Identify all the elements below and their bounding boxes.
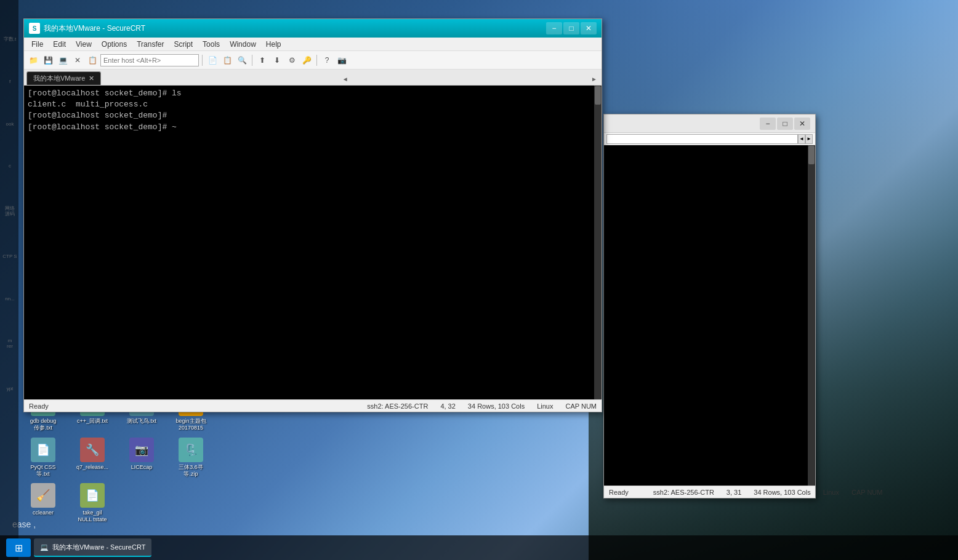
second-status-position: 3, 31 [727,489,741,496]
menu-transfer[interactable]: Transfer [132,39,169,50]
second-status-bar: Ready ssh2: AES-256-CTR 3, 31 34 Rows, 1… [604,486,815,498]
toolbar-btn-help[interactable]: ? [320,54,334,67]
toolbar-btn-download[interactable]: ⬇ [270,54,284,67]
menu-tools[interactable]: Tools [198,39,225,50]
status-caps: CAP NUM [565,402,597,410]
terminal-container[interactable]: [root@localhost socket_demo]# ls client.… [24,86,602,399]
second-status-dimensions: 34 Rows, 103 Cols [754,489,810,496]
desktop-icon-take-gil[interactable]: 📄 take_gilNULL tstate [71,483,114,523]
toolbar-btn-3[interactable]: 💻 [56,54,70,67]
second-close-btn[interactable]: ✕ [794,118,810,130]
pyqt-label: PyQt CSS等.txt [30,464,55,478]
cpp-label: c++_回调.txt [77,418,108,425]
toolbar-btn-copy[interactable]: 📄 [206,54,219,67]
scroll-thumb[interactable] [595,86,601,105]
status-os: Linux [537,402,553,410]
q7-label: q7_release... [76,464,108,471]
tab-nav-right[interactable]: ► [589,73,599,85]
tab-bar: 我的本地VMware ✕ ◄ ► [24,70,602,86]
tab-close-btn[interactable]: ✕ [89,75,94,82]
take-gil-icon: 📄 [80,483,105,508]
terminal-content[interactable]: [root@localhost socket_demo]# ls client.… [24,86,602,399]
securecrt-main-window: S 我的本地VMware - SecureCRT − □ ✕ File Edit… [23,18,602,412]
toolbar-btn-key[interactable]: 🔑 [300,54,313,67]
desktop-icon-ccleaner[interactable]: 🧹 ccleaner [22,483,65,523]
second-status-os: Linux [823,489,839,496]
toolbar-btn-find[interactable]: 🔍 [235,54,249,67]
menu-edit[interactable]: Edit [48,39,71,50]
santi-label: 三体3.6寻等.zip [179,464,203,478]
second-securecrt-window: − □ ✕ ◄ ► Ready ssh2: AES-256-CTR 3, 31 … [603,114,816,498]
taskbar: ⊞ 💻 我的本地VMware - SecureCRT [0,535,958,560]
close-button[interactable]: ✕ [581,22,597,34]
title-bar: S 我的本地VMware - SecureCRT − □ ✕ [24,19,602,38]
pyqt-icon: 📄 [31,438,55,462]
taskbar-securecrt[interactable]: 💻 我的本地VMware - SecureCRT [34,538,151,557]
window-title: 我的本地VMware - SecureCRT [44,23,546,34]
menu-options[interactable]: Options [97,39,132,50]
tab-main[interactable]: 我的本地VMware ✕ [26,71,101,85]
toolbar-btn-snap[interactable]: 📷 [335,54,348,67]
second-terminal[interactable] [604,145,815,486]
window-controls: − □ ✕ [546,22,597,34]
ccleaner-icon: 🧹 [31,483,55,508]
app-icon: S [29,23,40,34]
taskbar-app-icon: 💻 [40,543,49,551]
toolbar-btn-settings[interactable]: ⚙ [285,54,299,67]
second-status-encryption: ssh2: AES-256-CTR [653,489,714,496]
status-position: 4, 32 [440,402,455,410]
menu-help[interactable]: Help [261,39,286,50]
take-gil-label: take_gilNULL tstate [78,510,107,523]
taskbar-app-label: 我的本地VMware - SecureCRT [52,543,145,552]
maximize-button[interactable]: □ [563,22,579,34]
tab-nav-left[interactable]: ◄ [340,73,350,85]
terminal-scrollbar[interactable] [594,86,602,399]
second-window-controls: − □ ✕ [760,118,810,130]
toolbar-btn-1[interactable]: 📁 [26,54,40,67]
status-ready: Ready [29,402,49,410]
desktop-icon-q7[interactable]: 🔧 q7_release... [71,438,114,478]
second-scroll-thumb[interactable] [808,146,815,164]
desktop-icon-licecap[interactable]: 📷 LICEcap [120,438,163,478]
second-maximize-btn[interactable]: □ [777,118,793,130]
toolbar: 📁 💾 💻 ✕ 📋 📄 📋 🔍 ⬆ ⬇ ⚙ 🔑 ? 📷 [24,51,602,70]
desktop-icon-pyqt[interactable]: 📄 PyQt CSS等.txt [22,438,65,478]
second-minimize-btn[interactable]: − [760,118,776,130]
second-terminal-bg [604,145,815,486]
host-input[interactable] [100,54,199,66]
second-scroll-left[interactable]: ◄ [798,134,805,144]
status-bar: Ready ssh2: AES-256-CTR 4, 32 34 Rows, 1… [24,399,602,412]
second-input-bar: ◄ ► [604,133,815,145]
toolbar-sep-3 [316,55,317,66]
second-terminal-scrollbar[interactable] [808,145,815,486]
licecap-label: LICEcap [131,464,153,471]
menu-view[interactable]: View [71,39,97,50]
desktop-icon-santi[interactable]: 🗜️ 三体3.6寻等.zip [169,438,212,478]
second-host-input[interactable] [606,134,798,144]
menu-bar: File Edit View Options Transfer Script T… [24,38,602,51]
toolbar-btn-4[interactable]: ✕ [71,54,84,67]
second-scroll-right[interactable]: ► [805,134,813,144]
menu-window[interactable]: Window [225,39,261,50]
begin-label: begin主题包20170815 [175,418,206,431]
toolbar-btn-2[interactable]: 💾 [41,54,55,67]
second-status-ready: Ready [609,489,629,496]
start-button[interactable]: ⊞ [6,538,31,557]
second-title-bar: − □ ✕ [604,114,815,133]
status-dimensions: 34 Rows, 103 Cols [468,402,525,410]
tab-label: 我的本地VMware [33,74,85,83]
test-label: 测试飞鸟.txt [127,418,156,425]
minimize-button[interactable]: − [546,22,562,34]
q7-icon: 🔧 [80,438,105,462]
toolbar-sep-2 [252,55,252,66]
toolbar-btn-5[interactable]: 📋 [86,54,99,67]
ccleaner-label: ccleaner [33,510,54,516]
licecap-icon: 📷 [129,438,154,462]
menu-file[interactable]: File [26,39,48,50]
menu-script[interactable]: Script [169,39,198,50]
left-taskbar [0,0,18,560]
toolbar-btn-paste[interactable]: 📋 [220,54,234,67]
toolbar-sep-1 [202,55,203,66]
second-status-caps: CAP NUM [851,489,883,496]
toolbar-btn-upload[interactable]: ⬆ [256,54,269,67]
